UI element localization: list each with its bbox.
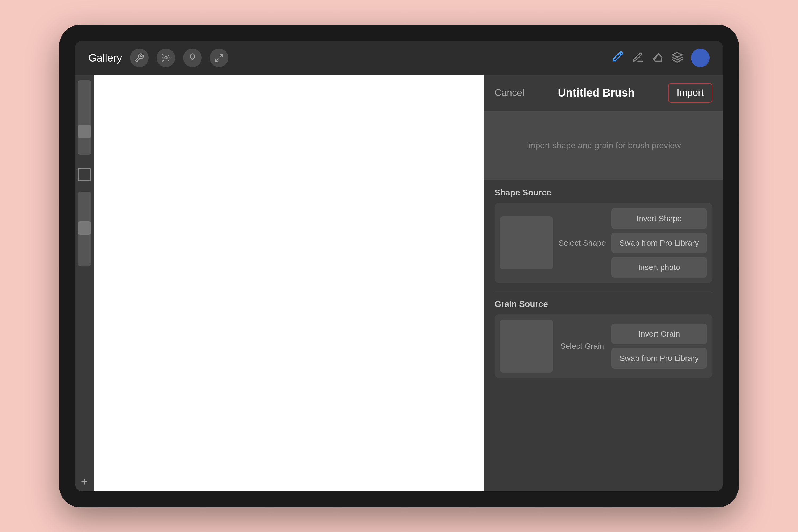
brush-size-handle[interactable] xyxy=(78,125,91,138)
layers-icon[interactable] xyxy=(671,52,683,64)
svg-line-1 xyxy=(220,54,223,57)
wrench-icon[interactable] xyxy=(130,49,149,67)
brush-preview-area: Import shape and grain for brush preview xyxy=(484,111,723,180)
main-area: Cancel Untitled Brush Import Import shap… xyxy=(75,75,723,491)
grain-actions-column: Invert Grain Swap from Pro Library xyxy=(611,324,707,369)
brush-panel-header: Cancel Untitled Brush Import xyxy=(484,75,723,111)
top-bar-left: Gallery xyxy=(88,49,228,67)
top-bar-right xyxy=(612,49,710,67)
insert-photo-button[interactable]: Insert photo xyxy=(611,257,707,278)
svg-marker-3 xyxy=(672,53,682,57)
gallery-link[interactable]: Gallery xyxy=(88,52,122,64)
select-shape-label[interactable]: Select Shape xyxy=(558,239,606,247)
grain-row: Select Grain Invert Grain Swap from Pro … xyxy=(500,320,707,373)
select-grain-label[interactable]: Select Grain xyxy=(558,342,606,350)
brush-active-icon[interactable] xyxy=(612,50,624,65)
grain-preview-thumbnail xyxy=(500,320,553,373)
preview-hint-text: Import shape and grain for brush preview xyxy=(526,140,681,150)
pen-icon[interactable] xyxy=(632,52,644,64)
shape-row: Select Shape Invert Shape Swap from Pro … xyxy=(500,208,707,278)
left-toolbar xyxy=(75,75,94,491)
svg-line-2 xyxy=(215,59,218,61)
grain-source-content: Select Grain Invert Grain Swap from Pro … xyxy=(494,314,712,378)
shape-preview-thumbnail xyxy=(500,216,553,269)
opacity-handle[interactable] xyxy=(78,222,91,235)
add-icon[interactable] xyxy=(80,477,89,489)
brush-title: Untitled Brush xyxy=(558,87,634,99)
eraser-icon[interactable] xyxy=(652,52,664,64)
invert-grain-button[interactable]: Invert Grain xyxy=(611,324,707,344)
grain-source-section: Grain Source Select Grain Invert Grain xyxy=(484,291,723,386)
device: Gallery xyxy=(59,25,739,507)
screen: Gallery xyxy=(75,41,723,491)
brush-size-slider[interactable] xyxy=(78,80,91,155)
import-button[interactable]: Import xyxy=(668,83,712,103)
svg-point-0 xyxy=(165,57,167,59)
shape-source-title: Shape Source xyxy=(494,188,712,197)
cancel-button[interactable]: Cancel xyxy=(494,87,524,98)
shape-source-section: Shape Source Select Shape Invert Shape xyxy=(484,180,723,291)
user-avatar[interactable] xyxy=(691,49,710,67)
canvas-container xyxy=(75,75,484,491)
drawing-canvas[interactable] xyxy=(94,75,484,491)
grain-source-title: Grain Source xyxy=(494,299,712,309)
swap-shape-pro-library-button[interactable]: Swap from Pro Library xyxy=(611,233,707,253)
transform-icon[interactable] xyxy=(210,49,228,67)
invert-shape-button[interactable]: Invert Shape xyxy=(611,208,707,229)
top-bar: Gallery xyxy=(75,41,723,75)
brush-panel: Cancel Untitled Brush Import Import shap… xyxy=(484,75,723,491)
shape-source-content: Select Shape Invert Shape Swap from Pro … xyxy=(494,203,712,283)
smudge-icon[interactable] xyxy=(183,49,202,67)
shape-actions-column: Invert Shape Swap from Pro Library Inser… xyxy=(611,208,707,278)
adjustments-icon[interactable] xyxy=(157,49,175,67)
swap-grain-pro-library-button[interactable]: Swap from Pro Library xyxy=(611,348,707,369)
opacity-slider[interactable] xyxy=(78,192,91,266)
selection-tool-icon[interactable] xyxy=(78,168,91,181)
